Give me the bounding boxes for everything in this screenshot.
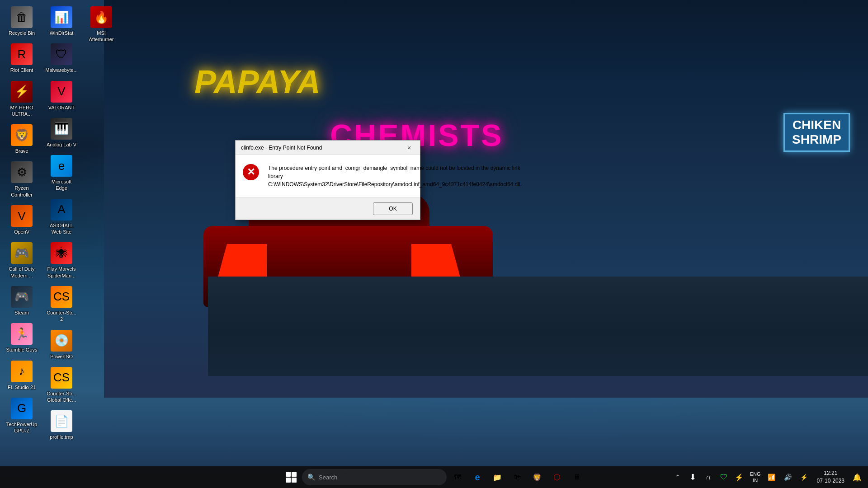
- ok-button[interactable]: OK: [373, 202, 413, 215]
- dialog-close-button[interactable]: ×: [404, 142, 415, 153]
- dialog-message: The procedure entry point amd_comgr_dema…: [268, 164, 522, 188]
- dialog-body: ✕ The procedure entry point amd_comgr_de…: [236, 155, 420, 197]
- dialog-title: clinfo.exe - Entry Point Not Found: [241, 145, 322, 151]
- dialog-titlebar: clinfo.exe - Entry Point Not Found ×: [236, 141, 420, 155]
- error-dialog: clinfo.exe - Entry Point Not Found × ✕ T…: [235, 140, 420, 220]
- error-icon: ✕: [243, 164, 261, 182]
- error-icon-circle: ✕: [243, 164, 259, 180]
- dialog-footer: OK: [236, 197, 420, 220]
- dialog-overlay: clinfo.exe - Entry Point Not Found × ✕ T…: [0, 0, 868, 488]
